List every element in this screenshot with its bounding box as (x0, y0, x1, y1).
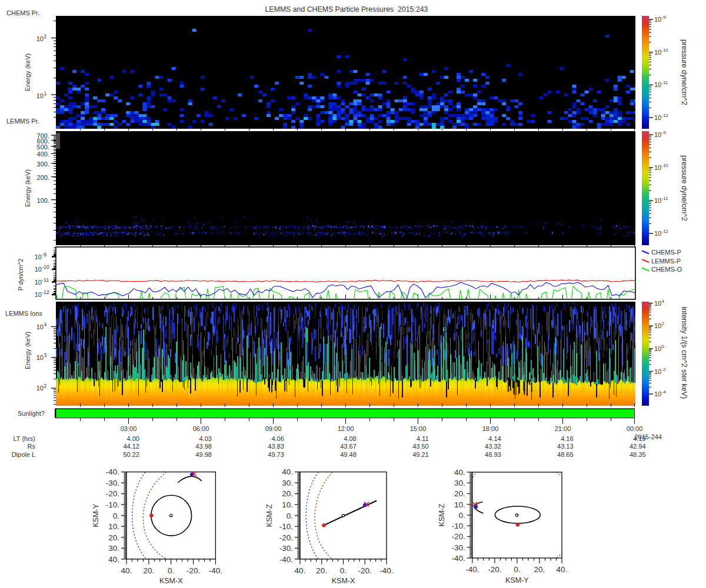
svg-text:40.: 40. (108, 555, 119, 564)
svg-text:0.: 0. (514, 565, 520, 574)
svg-text:49.73: 49.73 (268, 451, 284, 458)
svg-text:LEMMS and CHEMS Particle Press: LEMMS and CHEMS Particle Pressures 2015:… (265, 5, 428, 14)
svg-text:20.: 20. (108, 533, 119, 542)
svg-text:4: 4 (662, 299, 665, 304)
svg-text:-30.: -30. (106, 479, 119, 487)
svg-text:10: 10 (35, 266, 42, 273)
svg-text:40.: 40. (454, 468, 465, 477)
svg-text:06:00: 06:00 (193, 425, 209, 432)
svg-text:10: 10 (654, 49, 661, 56)
svg-text:3: 3 (44, 352, 47, 358)
svg-text:-40.: -40. (452, 554, 465, 563)
svg-text:10: 10 (654, 81, 661, 88)
svg-text:KSM-X: KSM-X (332, 577, 355, 585)
svg-text:KSM-X: KSM-X (159, 577, 183, 585)
svg-text:-20.: -20. (452, 532, 465, 541)
svg-text:-2: -2 (662, 367, 667, 372)
svg-text:10: 10 (35, 253, 42, 260)
svg-text:43.32: 43.32 (485, 443, 501, 450)
svg-text:-12: -12 (42, 289, 50, 295)
svg-text:21:00: 21:00 (555, 425, 571, 432)
svg-text:10: 10 (654, 345, 661, 352)
svg-text:40.: 40. (282, 467, 293, 476)
svg-text:-40.: -40. (279, 555, 293, 564)
svg-text:20.: 20. (143, 566, 154, 575)
svg-text:10: 10 (35, 291, 42, 298)
svg-text:40.: 40. (121, 566, 132, 575)
svg-text:4.06: 4.06 (271, 435, 284, 442)
svg-text:LEMMS-P: LEMMS-P (651, 258, 681, 265)
svg-text:CHEMS Pr.: CHEMS Pr. (6, 9, 39, 16)
svg-text:4.11: 4.11 (417, 435, 429, 442)
svg-text:49.21: 49.21 (412, 451, 429, 458)
svg-text:KSM-Y: KSM-Y (505, 576, 529, 584)
svg-text:-20.: -20. (358, 566, 372, 575)
svg-text:20.: 20. (454, 489, 465, 498)
svg-text:2: 2 (44, 34, 47, 39)
svg-text:43.50: 43.50 (412, 443, 429, 450)
svg-text:-20.: -20. (488, 565, 501, 574)
svg-text:10: 10 (654, 197, 661, 204)
svg-text:50.22: 50.22 (123, 451, 139, 458)
svg-text:0.: 0. (113, 512, 119, 520)
svg-text:10.: 10. (108, 522, 119, 531)
svg-text:-9: -9 (662, 15, 667, 20)
svg-text:100.: 100. (37, 197, 49, 204)
svg-text:10: 10 (654, 390, 661, 397)
svg-text:10: 10 (654, 322, 661, 329)
svg-text:LEMMS Pr.: LEMMS Pr. (6, 118, 39, 125)
svg-text:-40.: -40. (106, 467, 119, 476)
svg-text:LEMMS Ions: LEMMS Ions (5, 310, 42, 317)
svg-text:KSM-Z: KSM-Z (438, 503, 446, 526)
svg-text:-12: -12 (662, 113, 669, 118)
svg-text:10: 10 (654, 16, 661, 23)
svg-text:10: 10 (654, 164, 661, 171)
svg-text:10: 10 (36, 35, 44, 42)
svg-text:09:00: 09:00 (265, 425, 282, 432)
svg-text:-40.: -40. (379, 566, 393, 575)
svg-text:-10.: -10. (452, 522, 465, 530)
svg-text:30.: 30. (282, 479, 293, 487)
svg-text:Sunlight?: Sunlight? (18, 410, 45, 417)
svg-text:43.83: 43.83 (268, 443, 284, 450)
svg-text:00:00: 00:00 (627, 425, 643, 432)
svg-text:10: 10 (654, 230, 661, 237)
svg-text:-30.: -30. (452, 543, 465, 552)
svg-text:2015-244: 2015-244 (635, 433, 662, 440)
svg-text:intensity 1/(s cm^2 ster keV): intensity 1/(s cm^2 ster keV) (680, 307, 688, 399)
svg-text:KSM-Z: KSM-Z (265, 504, 274, 527)
svg-text:15:00: 15:00 (410, 425, 427, 432)
svg-text:48.93: 48.93 (485, 451, 501, 458)
svg-text:10: 10 (654, 368, 661, 375)
svg-text:0: 0 (662, 344, 665, 349)
svg-text:4.08: 4.08 (344, 435, 356, 442)
svg-text:10: 10 (654, 114, 661, 121)
svg-text:CHEMS-O: CHEMS-O (651, 266, 682, 273)
svg-text:10: 10 (36, 92, 44, 99)
svg-text:10.: 10. (454, 500, 465, 509)
svg-text:49.98: 49.98 (195, 451, 212, 458)
svg-text:Energy (keV): Energy (keV) (24, 332, 31, 369)
svg-text:-20.: -20. (106, 489, 119, 498)
svg-text:-30.: -30. (279, 544, 293, 553)
svg-text:-4: -4 (662, 389, 667, 395)
svg-text:43.98: 43.98 (195, 443, 212, 450)
svg-text:Rs: Rs (28, 443, 36, 450)
svg-text:30.: 30. (108, 544, 119, 553)
svg-text:4.14: 4.14 (488, 435, 501, 442)
svg-text:10: 10 (35, 279, 42, 286)
svg-text:4.00: 4.00 (127, 435, 139, 442)
svg-text:-10: -10 (662, 163, 669, 168)
svg-text:-10.: -10. (279, 522, 293, 531)
svg-text:1: 1 (44, 91, 47, 96)
svg-text:0.: 0. (168, 566, 174, 575)
svg-text:0.: 0. (287, 512, 293, 520)
svg-text:0.: 0. (340, 566, 347, 575)
svg-text:20.: 20. (316, 566, 327, 575)
svg-text:12:00: 12:00 (338, 425, 354, 432)
svg-text:KSM-Y: KSM-Y (92, 503, 100, 527)
svg-text:-40.: -40. (465, 565, 479, 574)
svg-text:44.12: 44.12 (123, 443, 139, 450)
svg-text:-11: -11 (42, 277, 49, 283)
svg-text:-9: -9 (662, 130, 667, 135)
